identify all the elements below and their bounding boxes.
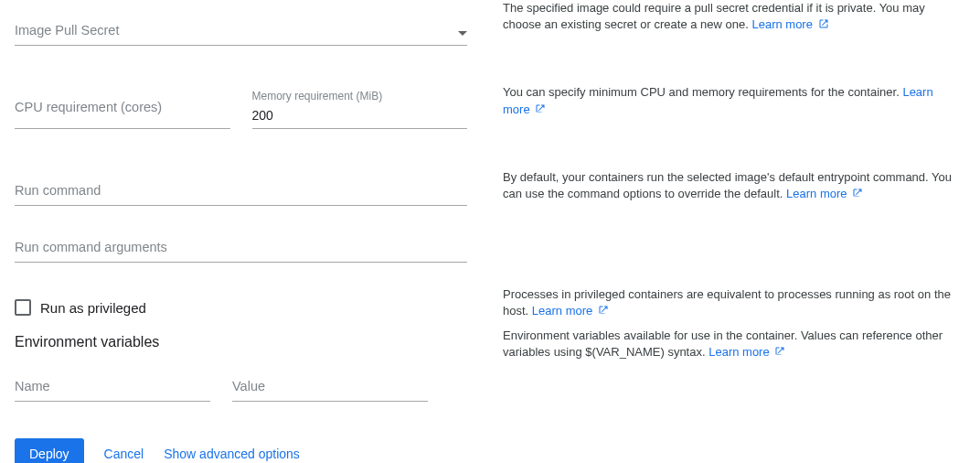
image-pull-secret-field[interactable] (15, 13, 467, 46)
image-pull-secret-input[interactable] (15, 13, 467, 45)
run-command-input[interactable] (15, 173, 467, 205)
learn-more-link-image-pull-secret[interactable]: Learn more (751, 17, 828, 31)
env-variables-heading: Environment variables (15, 334, 483, 350)
env-name-field[interactable] (15, 369, 210, 402)
cpu-requirement-input[interactable] (15, 90, 230, 122)
cancel-button[interactable]: Cancel (104, 447, 144, 461)
external-link-icon (818, 18, 829, 29)
external-link-icon (598, 305, 609, 316)
env-value-field[interactable] (232, 369, 428, 402)
deploy-button[interactable]: Deploy (15, 438, 84, 463)
show-advanced-options-button[interactable]: Show advanced options (164, 447, 300, 461)
run-command-field[interactable] (15, 173, 467, 206)
env-value-input[interactable] (232, 369, 428, 401)
learn-more-link-privileged[interactable]: Learn more (532, 304, 609, 318)
run-args-field[interactable] (15, 230, 467, 263)
image-pull-secret-description: The specified image could require a pull… (503, 1, 925, 31)
memory-requirement-label: Memory requirement (MiB) (252, 90, 383, 102)
external-link-icon (774, 346, 785, 357)
learn-more-link-env[interactable]: Learn more (708, 345, 785, 359)
learn-more-link-run-command[interactable]: Learn more (786, 187, 863, 200)
resources-description: You can specify minimum CPU and memory r… (503, 85, 900, 99)
run-command-description: By default, your containers run the sele… (503, 170, 952, 200)
cpu-requirement-field[interactable] (15, 90, 230, 129)
external-link-icon (535, 103, 546, 114)
external-link-icon (852, 188, 863, 199)
privileged-checkbox[interactable] (15, 299, 31, 316)
privileged-label: Run as privileged (40, 300, 146, 316)
env-name-input[interactable] (15, 369, 210, 401)
memory-requirement-field[interactable]: Memory requirement (MiB) (252, 90, 468, 129)
memory-requirement-input[interactable] (252, 104, 468, 128)
run-args-input[interactable] (15, 230, 467, 262)
